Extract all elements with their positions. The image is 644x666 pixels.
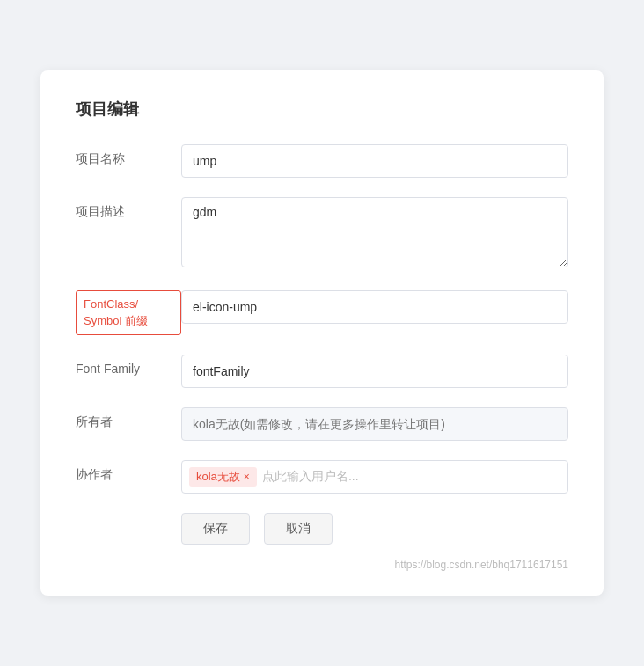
project-desc-input[interactable]: gdm [181,197,568,267]
collaborator-tag: kola无故 × [189,467,257,487]
collaborator-tag-text: kola无故 [196,469,240,485]
collaborator-row: 协作者 kola无故 × 点此输入用户名... [76,460,568,494]
project-name-label: 项目名称 [76,144,181,167]
owner-input [181,407,568,441]
font-class-input[interactable] [181,290,568,324]
collaborator-input-area[interactable]: kola无故 × 点此输入用户名... [181,460,568,494]
save-button[interactable]: 保存 [181,513,250,545]
collaborator-placeholder: 点此输入用户名... [262,469,359,485]
project-desc-label: 项目描述 [76,197,181,220]
font-class-row: FontClass/Symbol 前缀 [76,290,568,334]
project-desc-control: gdm [181,197,568,271]
font-class-control [181,290,568,324]
font-class-label: FontClass/Symbol 前缀 [76,290,181,334]
project-name-control [181,144,568,178]
font-family-input[interactable] [181,355,568,388]
font-family-row: Font Family [76,355,568,388]
owner-row: 所有者 [76,407,568,441]
owner-label: 所有者 [76,407,181,430]
owner-control [181,407,568,441]
page-title: 项目编辑 [76,99,568,120]
cancel-button[interactable]: 取消 [264,513,333,545]
collaborator-label: 协作者 [76,460,181,483]
watermark: https://blog.csdn.net/bhq1711617151 [76,559,568,571]
font-family-control [181,355,568,388]
project-desc-row: 项目描述 gdm [76,197,568,271]
edit-form-card: 项目编辑 项目名称 项目描述 gdm FontClass/Symbol 前缀 F… [40,70,604,595]
font-family-label: Font Family [76,355,181,376]
collaborator-tag-close[interactable]: × [244,471,250,483]
project-name-row: 项目名称 [76,144,568,178]
form-actions: 保存 取消 [76,513,568,545]
project-name-input[interactable] [181,144,568,178]
collaborator-control: kola无故 × 点此输入用户名... [181,460,568,494]
